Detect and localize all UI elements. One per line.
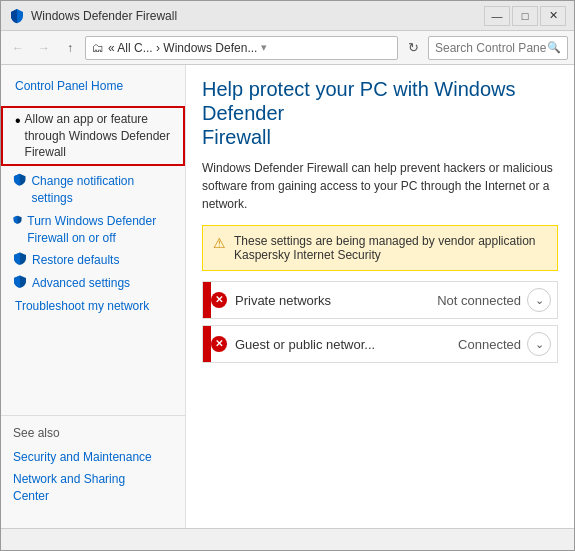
sidebar-item-turn-onoff[interactable]: Turn Windows Defender Firewall on or off <box>1 210 185 250</box>
search-icon: 🔍 <box>547 41 561 54</box>
shield-icon-1 <box>13 173 26 187</box>
network-red-bar-guest <box>203 326 211 362</box>
sidebar-item-security-maintenance[interactable]: Security and Maintenance <box>13 446 173 469</box>
sidebar-item-change-notification[interactable]: Change notification settings <box>1 170 185 210</box>
minimize-button[interactable]: — <box>484 6 510 26</box>
status-bar <box>1 528 574 550</box>
network-red-bar-private <box>203 282 211 318</box>
forward-button[interactable]: → <box>33 37 55 59</box>
up-button[interactable]: ↑ <box>59 37 81 59</box>
sidebar-item-troubleshoot[interactable]: Troubleshoot my network <box>1 295 185 318</box>
warning-icon: ⚠ <box>213 235 226 251</box>
app-icon <box>9 8 25 24</box>
expand-icon-guest: ⌄ <box>535 338 544 351</box>
network-item-private: ✕ Private networks Not connected ⌄ <box>202 281 558 319</box>
network-private-expand[interactable]: ⌄ <box>527 288 551 312</box>
window-controls: — □ ✕ <box>484 6 566 26</box>
window-title: Windows Defender Firewall <box>31 9 484 23</box>
network-private-status: Not connected <box>437 293 521 308</box>
sidebar-see-also: See also Security and Maintenance Networ… <box>1 415 185 518</box>
network-guest-status: Connected <box>458 337 521 352</box>
main-content: Control Panel Home Allow an app or featu… <box>1 65 574 528</box>
shield-icon-2 <box>13 213 22 227</box>
sidebar-item-allow-app[interactable]: Allow an app or feature through Windows … <box>1 106 185 166</box>
shield-icon-3 <box>13 252 27 266</box>
warning-text: These settings are being managed by vend… <box>234 234 547 262</box>
page-title: Help protect your PC with Windows Defend… <box>202 77 558 149</box>
sidebar-item-network-sharing[interactable]: Network and Sharing Center <box>13 468 173 508</box>
shield-icon-4 <box>13 275 27 289</box>
back-button[interactable]: ← <box>7 37 29 59</box>
network-guest-expand[interactable]: ⌄ <box>527 332 551 356</box>
title-bar: Windows Defender Firewall — □ ✕ <box>1 1 574 31</box>
network-guest-label: Guest or public networ... <box>235 337 458 352</box>
search-input[interactable] <box>435 41 547 55</box>
path-icon: 🗂 <box>92 41 104 55</box>
close-button[interactable]: ✕ <box>540 6 566 26</box>
network-x-icon-guest: ✕ <box>211 336 227 352</box>
network-item-guest: ✕ Guest or public networ... Connected ⌄ <box>202 325 558 363</box>
sidebar-item-restore-defaults[interactable]: Restore defaults <box>1 249 185 272</box>
sidebar: Control Panel Home Allow an app or featu… <box>1 65 186 528</box>
network-x-icon-private: ✕ <box>211 292 227 308</box>
app-window: Windows Defender Firewall — □ ✕ ← → ↑ 🗂 … <box>0 0 575 551</box>
warning-banner: ⚠ These settings are being managed by ve… <box>202 225 558 271</box>
path-dropdown-icon[interactable]: ▾ <box>261 41 267 54</box>
maximize-button[interactable]: □ <box>512 6 538 26</box>
address-bar: ← → ↑ 🗂 « All C... › Windows Defen... ▾ … <box>1 31 574 65</box>
sidebar-item-advanced-settings[interactable]: Advanced settings <box>1 272 185 295</box>
path-text: « All C... › Windows Defen... <box>108 41 257 55</box>
see-also-label: See also <box>13 426 173 440</box>
address-path[interactable]: 🗂 « All C... › Windows Defen... ▾ <box>85 36 398 60</box>
sidebar-item-home[interactable]: Control Panel Home <box>1 75 185 98</box>
search-box[interactable]: 🔍 <box>428 36 568 60</box>
refresh-button[interactable]: ↻ <box>402 37 424 59</box>
network-private-label: Private networks <box>235 293 437 308</box>
page-description: Windows Defender Firewall can help preve… <box>202 159 558 213</box>
content-area: Help protect your PC with Windows Defend… <box>186 65 574 528</box>
expand-icon-private: ⌄ <box>535 294 544 307</box>
